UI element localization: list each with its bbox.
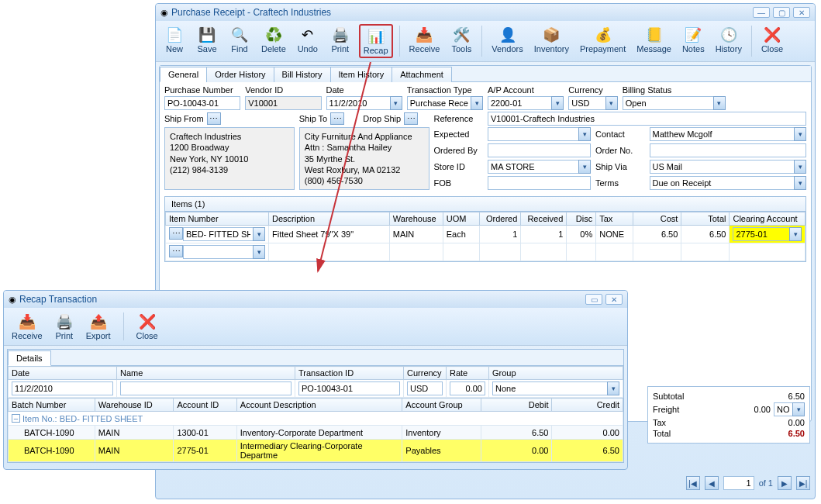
purchase-number-input[interactable] [164,96,240,110]
print-button[interactable]: 🖨️Print [326,24,354,58]
items-col-ordered[interactable]: Ordered [479,212,521,226]
recap-detail-row[interactable]: BATCH-1090MAIN2775-01Intermediary Cleari… [9,440,623,462]
items-col-tax[interactable]: Tax [596,212,633,226]
item-browse[interactable]: ⋯ [169,227,183,240]
items-tab-label[interactable]: Items (1) [165,197,805,212]
collapse-icon[interactable]: − [12,414,20,423]
recap-rate-input[interactable] [450,381,485,395]
pager-first[interactable]: |◀ [686,476,700,490]
ship-from-browse[interactable]: ⋯ [207,112,221,125]
recap-group-input[interactable] [492,381,607,395]
maximize-button[interactable]: ▢ [773,7,790,18]
recap-category-row[interactable]: −Item No.: BED- FITTED SHEET [9,412,623,426]
clearing-account-dropdown[interactable]: ▾ [789,227,802,241]
store-id-input[interactable] [488,160,578,174]
minimize-button[interactable]: — [753,7,770,18]
freight-tax-option[interactable] [774,402,792,416]
pager-prev[interactable]: ◀ [705,476,719,490]
pager-last[interactable]: ▶| [796,476,810,490]
expected-dropdown[interactable]: ▾ [578,127,591,141]
drop-ship-browse[interactable]: ⋯ [404,112,418,125]
items-col-clearing-account[interactable]: Clearing Account [730,212,805,226]
message-button[interactable]: 📒Message [633,24,674,58]
items-col-uom[interactable]: UOM [443,212,479,226]
vendors-button[interactable]: 👤Vendors [488,24,526,58]
recap-col-credit[interactable]: Credit [552,399,623,412]
delete-button[interactable]: ♻️Delete [258,24,289,58]
recap-currency-input[interactable] [407,381,443,395]
vendor-id-input[interactable] [245,96,321,110]
pager-input[interactable] [723,476,754,490]
tab-bill-history[interactable]: Bill History [274,67,331,82]
recap-group-dropdown[interactable]: ▾ [607,381,619,395]
recap-col-account-id[interactable]: Account ID [174,399,236,412]
new-button[interactable]: 📄New [160,24,188,58]
contact-input[interactable] [650,127,795,141]
terms-input[interactable] [650,176,795,190]
recap-receive-button[interactable]: 📥Receive [9,311,46,342]
billing-status-input[interactable] [623,96,713,110]
receive-button[interactable]: 📥Receive [406,24,443,58]
items-col-disc[interactable]: Disc [567,212,596,226]
inventory-button[interactable]: 📦Inventory [531,24,572,58]
tab-order-history[interactable]: Order History [206,67,274,82]
recap-date-input[interactable] [12,381,113,395]
recap-col-warehouse-id[interactable]: Warehouse ID [95,399,174,412]
recap-close-button[interactable]: ✕ [605,294,623,305]
date-input[interactable] [326,96,390,110]
items-col-cost[interactable]: Cost [633,212,681,226]
contact-dropdown[interactable]: ▾ [794,127,806,141]
clearing-account-cell[interactable] [733,227,789,241]
ship-to-browse[interactable]: ⋯ [330,112,344,125]
prepayment-button[interactable]: 💰Prepayment [577,24,629,58]
currency-dropdown[interactable]: ▾ [605,96,618,110]
ap-account-dropdown[interactable]: ▾ [551,96,564,110]
close-button[interactable]: ❌Close [758,24,786,58]
tab-attachment[interactable]: Attachment [392,67,452,82]
ship-via-input[interactable] [650,160,795,174]
items-col-description[interactable]: Description [269,212,390,226]
recap-col-account-group[interactable]: Account Group [402,399,481,412]
recap-button[interactable]: 📊Recap [359,24,393,58]
transaction-type-dropdown[interactable]: ▾ [471,96,483,110]
item-number-dropdown[interactable]: ▾ [253,245,265,259]
save-button[interactable]: 💾Save [193,24,221,58]
table-row-empty[interactable]: ⋯▾ [166,243,805,261]
recap-name-input[interactable] [120,381,291,395]
terms-dropdown[interactable]: ▾ [794,176,806,190]
transaction-type-input[interactable] [407,96,471,110]
close-button[interactable]: ✕ [793,7,810,18]
fob-input[interactable] [488,176,591,190]
date-dropdown[interactable]: ▾ [390,96,402,110]
recap-export-button[interactable]: 📤Export [83,311,114,342]
recap-details-tab[interactable]: Details [8,350,51,366]
reference-input[interactable] [488,112,806,126]
items-col-warehouse[interactable]: Warehouse [389,212,443,226]
recap-transaction-id-input[interactable] [298,381,400,395]
recap-col-account-description[interactable]: Account Description [236,399,402,412]
ap-account-input[interactable] [488,96,551,110]
pager-next[interactable]: ▶ [778,476,792,490]
recap-close-button[interactable]: ❌Close [133,311,161,342]
billing-status-dropdown[interactable]: ▾ [713,96,726,110]
find-button[interactable]: 🔍Find [226,24,254,58]
recap-col-debit[interactable]: Debit [481,399,552,412]
item-number-cell-empty[interactable] [183,245,253,259]
recap-restore-button[interactable]: ▭ [585,294,602,305]
item-browse[interactable]: ⋯ [169,245,183,257]
recap-col-batch-number[interactable]: Batch Number [9,399,95,412]
notes-button[interactable]: 📝Notes [679,24,708,58]
ordered-by-input[interactable] [488,143,591,157]
items-col-item-number[interactable]: Item Number [166,212,269,226]
recap-detail-row[interactable]: BATCH-1090MAIN1300-01Inventory-Corporate… [9,426,623,440]
expected-input[interactable] [488,127,578,141]
item-number-dropdown[interactable]: ▾ [253,227,265,241]
order-no-input[interactable] [650,143,807,157]
ship-via-dropdown[interactable]: ▾ [794,160,806,174]
undo-button[interactable]: ↶Undo [294,24,322,58]
tab-item-history[interactable]: Item History [330,67,393,82]
table-row[interactable]: ⋯▾ Fitted Sheet 79"X 39" MAIN Each 1 1 0… [166,226,805,243]
freight-tax-dropdown[interactable]: ▾ [792,402,805,416]
store-id-dropdown[interactable]: ▾ [578,160,591,174]
recap-print-button[interactable]: 🖨️Print [50,311,78,342]
